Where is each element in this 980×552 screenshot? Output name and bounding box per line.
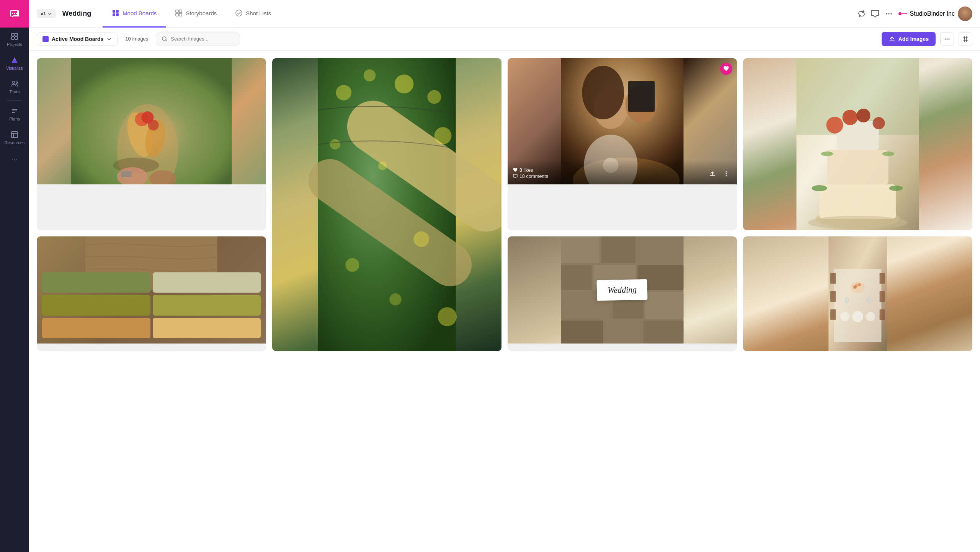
svg-point-84 <box>882 151 895 156</box>
svg-rect-102 <box>605 321 642 344</box>
topnav-right: StudioBinder Inc <box>857 7 972 21</box>
fence-svg <box>272 58 501 351</box>
heart-small-icon <box>513 168 518 173</box>
image-grid: 8 likes 18 comments <box>29 50 980 552</box>
more-image-btn[interactable] <box>721 168 732 179</box>
fence-image <box>272 58 501 351</box>
share-icon[interactable] <box>857 10 866 18</box>
flowers-svg <box>37 58 266 184</box>
more-icon <box>944 36 951 42</box>
image-flowers[interactable] <box>37 58 266 230</box>
image-palette[interactable] <box>37 236 266 351</box>
svg-rect-100 <box>645 292 684 319</box>
svg-point-55 <box>395 75 414 94</box>
upload-icon <box>889 36 895 42</box>
image-cake[interactable] <box>743 58 972 230</box>
main-content: v1 Wedding Mood Boards <box>29 0 980 552</box>
wedding-sign-text: Wedding <box>597 279 648 301</box>
search-input[interactable] <box>171 36 232 42</box>
toolbar-grid-view-button[interactable] <box>959 32 972 46</box>
svg-rect-101 <box>561 321 603 344</box>
svg-point-81 <box>812 185 827 191</box>
svg-rect-110 <box>880 291 885 302</box>
svg-rect-111 <box>880 309 885 320</box>
sidebar-item-label: Team <box>10 90 20 94</box>
swatch-6 <box>153 318 261 338</box>
svg-rect-107 <box>830 291 836 302</box>
sidebar-item-team[interactable]: Team <box>0 75 29 99</box>
share-image-btn[interactable] <box>707 168 718 179</box>
sidebar: Projects Visualize Team Plans <box>0 0 29 552</box>
svg-point-53 <box>336 85 352 101</box>
svg-rect-25 <box>179 13 182 16</box>
tab-mood-boards[interactable]: Mood Boards <box>103 0 166 28</box>
svg-point-118 <box>852 311 863 322</box>
svg-point-87 <box>826 117 843 134</box>
svg-point-31 <box>162 37 166 41</box>
comments-stat: 18 comments <box>513 174 548 179</box>
tab-storyboards[interactable]: Storyboards <box>166 0 226 28</box>
svg-marker-9 <box>12 59 17 63</box>
more-horizontal-icon[interactable] <box>885 10 893 18</box>
add-images-button[interactable]: Add Images <box>882 32 936 46</box>
svg-rect-24 <box>176 13 178 16</box>
mood-boards-icon <box>112 9 119 17</box>
active-moodboards-icon <box>42 36 49 42</box>
image-count: 10 images <box>122 36 151 42</box>
image-couple[interactable]: 8 likes 18 comments <box>508 58 737 230</box>
couple-stats: 8 likes 18 comments <box>513 168 548 179</box>
svg-point-63 <box>438 307 457 326</box>
sidebar-more[interactable]: ... <box>11 150 17 167</box>
svg-point-116 <box>844 297 849 303</box>
chevron-down-icon <box>106 36 112 42</box>
svg-point-120 <box>866 312 875 321</box>
chat-icon[interactable] <box>871 10 879 18</box>
svg-rect-15 <box>11 132 18 138</box>
svg-rect-109 <box>880 273 885 284</box>
version-badge[interactable]: v1 <box>37 9 56 18</box>
tab-storyboards-label: Storyboards <box>186 10 217 16</box>
visualize-icon <box>10 56 19 64</box>
user-badge[interactable]: StudioBinder Inc <box>898 7 972 21</box>
sidebar-item-resources[interactable]: Resources <box>0 126 29 150</box>
version-label: v1 <box>41 11 46 16</box>
active-moodboards-btn[interactable]: Active Mood Boards <box>37 33 118 46</box>
svg-point-74 <box>726 175 727 176</box>
cake-image <box>743 58 972 230</box>
svg-point-3 <box>16 13 17 14</box>
flowers-image <box>37 58 266 184</box>
likes-stat: 8 likes <box>513 168 548 173</box>
svg-point-29 <box>890 13 892 15</box>
sidebar-item-label: Visualize <box>6 66 23 70</box>
svg-point-112 <box>850 282 865 293</box>
svg-point-115 <box>853 285 857 289</box>
svg-rect-105 <box>834 269 882 342</box>
tab-shot-lists[interactable]: Shot Lists <box>226 0 280 28</box>
svg-point-33 <box>946 38 947 39</box>
svg-point-34 <box>948 38 949 39</box>
svg-point-60 <box>345 258 359 272</box>
image-wedding-sign[interactable]: Wedding <box>508 236 737 351</box>
sidebar-logo <box>0 0 29 28</box>
grid-icon <box>962 36 969 42</box>
image-fence[interactable] <box>272 58 501 351</box>
sidebar-item-projects[interactable]: Projects <box>0 28 29 51</box>
sidebar-item-visualize[interactable]: Visualize <box>0 51 29 75</box>
likes-count: 8 likes <box>519 168 533 173</box>
svg-point-61 <box>413 231 429 247</box>
cake-svg <box>743 58 972 230</box>
svg-rect-106 <box>830 273 836 284</box>
svg-rect-6 <box>11 37 14 39</box>
projects-icon <box>10 32 19 41</box>
team-icon <box>10 80 19 88</box>
sidebar-item-plans[interactable]: Plans <box>0 102 29 126</box>
toolbar-more-button[interactable] <box>940 32 954 46</box>
svg-point-56 <box>427 90 441 104</box>
nav-tabs: Mood Boards Storyboards Shot Lists <box>103 0 857 28</box>
heart-icon <box>723 66 729 72</box>
swatch-2 <box>153 272 261 293</box>
image-table[interactable] <box>743 236 972 351</box>
svg-point-10 <box>13 81 15 83</box>
shot-lists-icon <box>235 9 243 17</box>
svg-rect-23 <box>179 10 182 13</box>
